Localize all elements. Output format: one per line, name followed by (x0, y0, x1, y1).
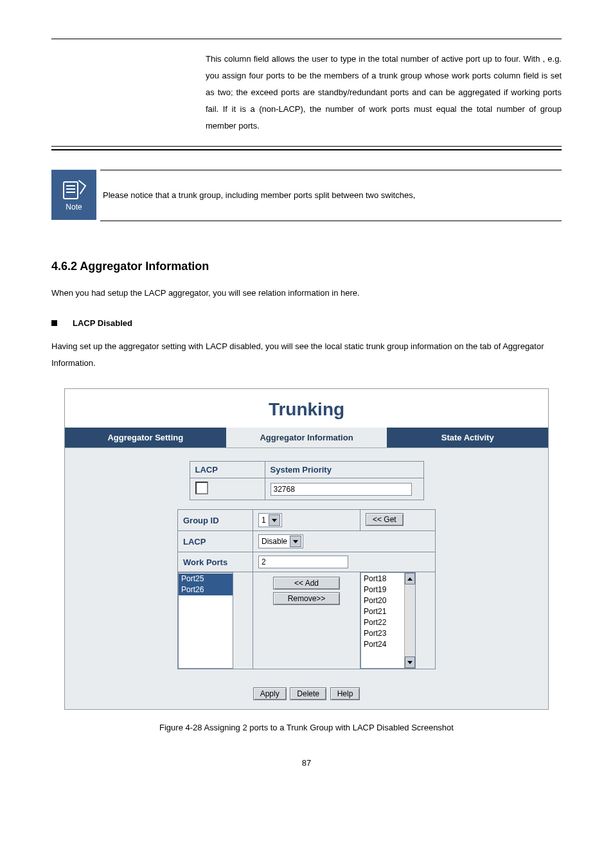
system-priority-label: System Priority (265, 462, 423, 478)
figure-title: Trunking (65, 389, 548, 428)
apply-button[interactable]: Apply (253, 687, 287, 700)
list-item[interactable]: Port19 (361, 584, 404, 595)
work-ports-text-3: (non-LACP), the number of work ports mus… (206, 104, 562, 131)
trunking-screenshot: Trunking Aggregator Setting Aggregator I… (64, 388, 549, 710)
selected-ports-listbox[interactable]: Port25 Port26 (178, 572, 233, 669)
work-ports-description: This column field allows the user to typ… (206, 51, 562, 134)
work-ports-text-1: This column field allows the user to typ… (206, 54, 540, 64)
figure-caption: Figure 4-28 Assigning 2 ports to a Trunk… (51, 723, 562, 732)
tab-aggregator-information[interactable]: Aggregator Information (226, 428, 387, 448)
list-item[interactable]: Port24 (361, 639, 404, 650)
chevron-down-icon (269, 514, 280, 526)
note-text: Please notice that a trunk group, includ… (103, 188, 415, 203)
figure-caption-text: Assigning 2 ports to a Trunk Group with … (204, 723, 454, 732)
add-button[interactable]: << Add (273, 577, 340, 590)
tab-bar: Aggregator Setting Aggregator Informatio… (65, 428, 548, 448)
lacp-select-value: Disable (262, 537, 287, 546)
static-trunk-paragraph: Having set up the aggregator setting wit… (51, 338, 562, 372)
bullet-square-icon (51, 320, 57, 326)
scroll-down-icon[interactable] (405, 656, 415, 668)
group-id-value: 1 (262, 516, 266, 525)
help-button[interactable]: Help (330, 687, 360, 700)
remove-button[interactable]: Remove>> (273, 592, 340, 605)
work-ports-label: Work Ports (178, 552, 253, 572)
tab-aggregator-setting[interactable]: Aggregator Setting (65, 428, 226, 448)
available-ports-listbox[interactable]: Port18 Port19 Port20 Port21 Port22 Port2… (360, 572, 416, 669)
note-icon: Note (51, 170, 96, 220)
chevron-down-icon (290, 536, 301, 547)
list-item[interactable]: Port23 (361, 628, 404, 639)
list-item[interactable]: Port20 (361, 595, 404, 606)
group-id-label: Group ID (178, 510, 253, 531)
note-label: Note (66, 203, 82, 212)
lacp-row-label: LACP (178, 531, 253, 552)
lacp-label: LACP (190, 462, 265, 478)
system-priority-input[interactable] (271, 483, 412, 496)
list-item[interactable]: Port18 (361, 574, 404, 584)
list-item[interactable]: Port22 (361, 617, 404, 628)
static-para-a: Having set up the aggregator setting wit… (51, 341, 501, 351)
svg-rect-0 (64, 182, 78, 199)
list-item[interactable]: Port25 (179, 574, 233, 584)
delete-button[interactable]: Delete (290, 687, 326, 700)
page-number: 87 (51, 758, 562, 768)
figure-caption-prefix: Figure 4-28 (159, 723, 202, 732)
work-ports-input[interactable] (258, 556, 348, 568)
get-button[interactable]: << Get (366, 513, 404, 526)
section-heading: 4.6.2 Aggregator Information (51, 260, 562, 273)
lacp-select[interactable]: Disable (258, 534, 303, 548)
tab-state-activity[interactable]: State Activity (387, 428, 548, 448)
list-item[interactable]: Port21 (361, 606, 404, 617)
group-id-select[interactable]: 1 (258, 513, 282, 527)
scrollbar[interactable] (404, 573, 415, 668)
list-item[interactable]: Port26 (179, 584, 233, 595)
bullet-label: LACP Disabled (73, 318, 132, 328)
agg-info-paragraph: When you had setup the LACP aggregator, … (51, 285, 562, 302)
scroll-up-icon[interactable] (405, 573, 415, 584)
lacp-checkbox[interactable] (195, 482, 208, 494)
note-box: Please notice that a trunk group, includ… (100, 170, 562, 221)
